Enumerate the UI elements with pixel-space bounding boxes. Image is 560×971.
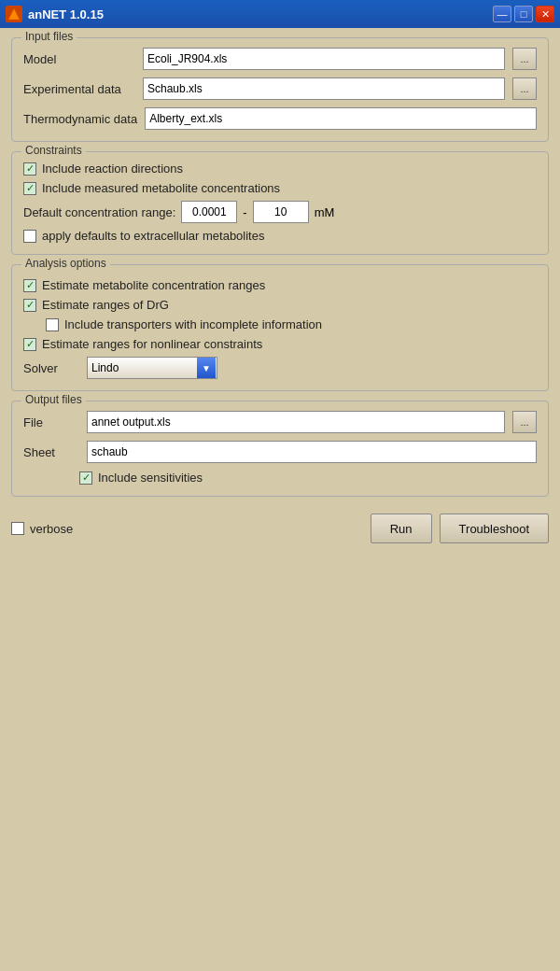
app-title: anNET 1.0.15 (28, 7, 104, 21)
cb-extracellular[interactable] (23, 230, 36, 243)
cb-metabolite-ranges-label: Estimate metabolite concentration ranges (42, 278, 265, 292)
maximize-button[interactable]: □ (514, 6, 533, 22)
expdata-browse-button[interactable]: ... (512, 77, 537, 100)
cb-nonlinear-label: Estimate ranges for nonlinear constraint… (42, 337, 262, 351)
solver-select[interactable]: Lindo GLPK CPLEX (87, 357, 217, 379)
model-browse-button[interactable]: ... (512, 48, 537, 70)
solver-row: Solver Lindo GLPK CPLEX ▼ (23, 357, 537, 379)
cb-reaction-dir-row: Include reaction directions (23, 162, 537, 176)
conc-unit: mM (315, 205, 335, 219)
thermo-row: Thermodynamic data (23, 107, 537, 130)
cb-transporters[interactable] (46, 318, 59, 331)
file-browse-button[interactable]: ... (512, 411, 537, 433)
cb-drg-ranges[interactable] (23, 299, 36, 312)
conc-range-row: Default concentration range: - mM (23, 201, 537, 223)
title-bar-left: anNET 1.0.15 (6, 6, 104, 22)
title-bar: anNET 1.0.15 — □ ✕ (0, 0, 560, 28)
close-button[interactable]: ✕ (536, 6, 554, 22)
cb-verbose[interactable] (11, 522, 24, 535)
solver-label: Solver (23, 361, 79, 375)
output-files-group: Output files File ... Sheet Include sens… (11, 401, 549, 497)
sheet-row: Sheet (23, 441, 537, 463)
cb-metabolite-conc-label: Include measured metabolite concentratio… (42, 181, 280, 195)
analysis-options-group: Analysis options Estimate metabolite con… (11, 264, 549, 391)
conc-dash: - (243, 205, 246, 219)
model-row: Model ... (23, 48, 537, 70)
cb-drg-ranges-label: Estimate ranges of DrG (42, 298, 169, 312)
solver-select-wrapper: Lindo GLPK CPLEX ▼ (87, 357, 217, 379)
verbose-label: verbose (30, 522, 73, 536)
sheet-input[interactable] (87, 441, 537, 463)
cb-sensitivities[interactable] (79, 471, 92, 485)
cb-nonlinear[interactable] (23, 338, 36, 351)
constraints-title: Constraints (21, 144, 86, 157)
cb-transporters-row: Include transporters with incomplete inf… (46, 317, 537, 331)
model-input[interactable] (143, 48, 505, 70)
sheet-label: Sheet (23, 445, 79, 459)
cb-sensitivities-row: Include sensitivities (79, 471, 537, 485)
title-bar-buttons: — □ ✕ (493, 6, 554, 22)
input-files-title: Input files (21, 30, 77, 43)
troubleshoot-button[interactable]: Troubleshoot (440, 514, 549, 543)
cb-drg-ranges-row: Estimate ranges of DrG (23, 298, 537, 312)
output-files-title: Output files (21, 393, 86, 406)
cb-nonlinear-row: Estimate ranges for nonlinear constraint… (23, 337, 537, 351)
minimize-button[interactable]: — (493, 6, 511, 22)
cb-metabolite-conc-row: Include measured metabolite concentratio… (23, 181, 537, 195)
expdata-input[interactable] (143, 77, 505, 100)
bottom-section: verbose Run Troubleshoot (0, 506, 560, 551)
main-content: Input files Model ... Experimental data … (0, 28, 560, 506)
cb-reaction-dir-label: Include reaction directions (42, 162, 183, 176)
file-row: File ... (23, 411, 537, 433)
cb-metabolite-conc[interactable] (23, 182, 36, 195)
analysis-options-title: Analysis options (21, 257, 110, 270)
expdata-row: Experimental data ... (23, 77, 537, 100)
verbose-container: verbose (11, 522, 73, 536)
thermo-label: Thermodynamic data (23, 112, 137, 126)
cb-extracellular-row: apply defaults to extracellular metaboli… (23, 229, 537, 243)
bottom-buttons: Run Troubleshoot (371, 514, 549, 543)
cb-metabolite-ranges[interactable] (23, 279, 36, 292)
cb-transporters-label: Include transporters with incomplete inf… (64, 317, 322, 331)
file-input[interactable] (87, 411, 505, 433)
cb-reaction-dir[interactable] (23, 162, 36, 176)
expdata-label: Experimental data (23, 82, 135, 96)
app-icon (6, 6, 22, 22)
cb-sensitivities-label: Include sensitivities (98, 471, 203, 485)
conc-min-input[interactable] (181, 201, 237, 223)
cb-extracellular-label: apply defaults to extracellular metaboli… (42, 229, 264, 243)
cb-metabolite-ranges-row: Estimate metabolite concentration ranges (23, 278, 537, 292)
file-label: File (23, 415, 79, 429)
constraints-group: Constraints Include reaction directions … (11, 151, 549, 255)
conc-max-input[interactable] (253, 201, 309, 223)
model-label: Model (23, 52, 135, 66)
input-files-group: Input files Model ... Experimental data … (11, 37, 549, 142)
run-button[interactable]: Run (371, 514, 432, 543)
svg-marker-0 (8, 8, 20, 20)
thermo-input[interactable] (145, 107, 537, 130)
conc-range-label: Default concentration range: (23, 205, 175, 219)
